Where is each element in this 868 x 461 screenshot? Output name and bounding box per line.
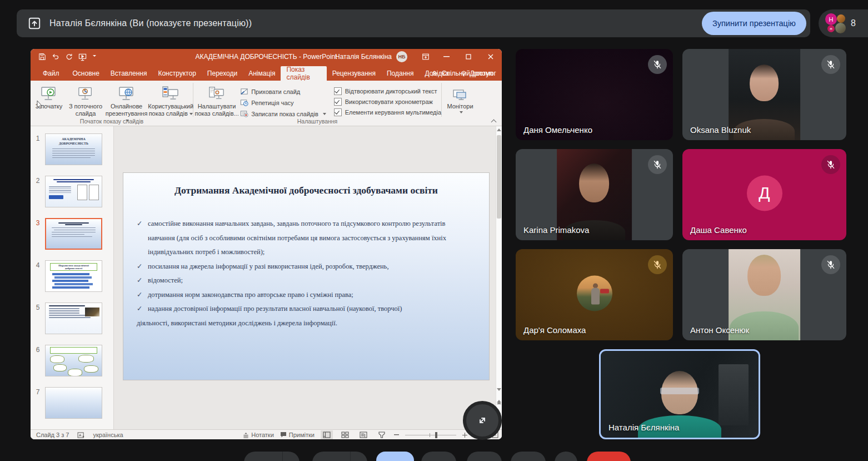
reading-view-button[interactable] [357, 430, 370, 439]
scrollbar-thumb[interactable] [497, 135, 501, 219]
tile-karina-primakova[interactable]: Karina Primakova [516, 149, 673, 240]
participant-name: Наталія Бєлянкіна [608, 423, 679, 432]
expand-arrows-icon [476, 414, 489, 427]
share-button[interactable]: Спільний доступ [427, 66, 497, 81]
captions-button[interactable] [376, 452, 414, 461]
slide-bullet: ✓відомостей; [137, 274, 467, 288]
tab-transitions[interactable]: Переходи [202, 66, 243, 81]
checkbox-checked-icon [334, 108, 342, 116]
slide-editor-area[interactable]: Дотримання Академічної доброчесності здо… [114, 126, 496, 429]
zoom-slider[interactable] [405, 435, 456, 435]
language-selector[interactable]: українська [93, 432, 123, 438]
letter-avatar: Д [747, 175, 782, 211]
minimize-button[interactable] [435, 49, 457, 65]
previous-slide-button[interactable] [496, 399, 502, 405]
save-icon[interactable] [38, 53, 46, 61]
custom-slideshow-button[interactable]: Користувацький показ слайдів [148, 83, 193, 118]
reactions-button[interactable] [421, 452, 456, 461]
online-presentation-icon [118, 85, 136, 101]
media-controls-checkbox[interactable]: Елементи керування мультимедіа [334, 108, 441, 116]
rehearse-timings-button[interactable]: Репетиція часу [240, 98, 326, 107]
tile-nataliia-bielliankina-self[interactable]: Наталія Бєлянкіна [599, 349, 760, 439]
timings-checkbox[interactable]: Використовувати хронометраж [334, 98, 441, 106]
camera-button[interactable] [312, 452, 367, 461]
photo-avatar [577, 275, 612, 311]
tab-home[interactable]: Основне [67, 66, 105, 81]
redo-icon[interactable] [65, 53, 73, 61]
powerpoint-window: АКАДЕМІЧНА ДОБРОЧЕСНІСТЬ - PowerPoint На… [31, 49, 502, 439]
participant-avatar [835, 23, 846, 33]
tile-dasha-savenko[interactable]: Д Даша Савенко [682, 149, 846, 240]
zoom-out-button[interactable] [394, 434, 399, 435]
thumbnail-slide-5[interactable]: 5 [31, 303, 113, 334]
undo-icon[interactable] [52, 53, 59, 61]
status-bar: Слайд 3 з 7 українська Нотатки Примітки [31, 429, 502, 439]
slide-bullet-continuation: діяльності, використані методики дослідж… [137, 316, 467, 331]
participant-name: Антон Оксенюк [690, 325, 749, 335]
maximize-button[interactable] [457, 49, 480, 65]
tab-view[interactable]: Подання [381, 66, 419, 81]
mic-off-icon [821, 55, 840, 74]
expand-presentation-button[interactable] [463, 401, 502, 440]
tab-review[interactable]: Рецензування [327, 66, 381, 81]
group-monitors: Монітори [442, 81, 478, 126]
tile-anton-okseniuk[interactable]: Антон Оксенюк [682, 249, 846, 340]
thumbnail-slide-2[interactable]: 2 [31, 176, 113, 207]
comments-button[interactable]: Примітки [280, 432, 315, 438]
raise-hand-button[interactable] [511, 452, 546, 461]
tile-danya-omelchenko[interactable]: Даня Омельченко [516, 49, 673, 140]
thumbnail-slide-1[interactable]: 1 АКАДЕМІЧНА ДОБРОЧЕСНІСТЬ [31, 133, 113, 165]
spellcheck-icon[interactable] [77, 432, 86, 438]
participant-avatar: Н [825, 13, 837, 25]
tile-oksana-bluznuk[interactable]: Oksana Bluznuk [682, 49, 846, 140]
record-slideshow-button[interactable]: Записати показ слайдів [240, 110, 326, 118]
from-current-slide-button[interactable]: З поточного слайда [67, 83, 104, 118]
dropdown-caret-icon [323, 113, 326, 115]
presenter-title: Наталія Бєлянкіна (Ви (показуєте презент… [49, 18, 252, 28]
notes-button[interactable]: Нотатки [243, 432, 274, 438]
custom-slideshow-icon [162, 85, 179, 101]
zoom-in-button[interactable] [462, 433, 467, 438]
ribbon-display-options-icon[interactable] [416, 49, 435, 65]
end-call-button[interactable] [587, 452, 631, 461]
vertical-scrollbar[interactable] [496, 126, 502, 429]
tab-insert[interactable]: Вставлення [105, 66, 153, 81]
present-button[interactable] [467, 452, 502, 461]
slideshow-view-button[interactable] [376, 430, 388, 439]
mic-button[interactable] [244, 452, 300, 461]
hide-slide-button[interactable]: Приховати слайд [240, 87, 326, 96]
slide-thumbnail-panel[interactable]: 1 АКАДЕМІЧНА ДОБРОЧЕСНІСТЬ 2 [31, 126, 114, 429]
checkbox-checked-icon [334, 98, 342, 106]
tab-file[interactable]: Файл [35, 66, 67, 81]
dropdown-caret-icon [189, 113, 193, 115]
tab-animations[interactable]: Анімація [243, 66, 281, 81]
participants-pill[interactable]: Н н 8 [819, 9, 868, 37]
participant-name: Karina Primakova [523, 225, 589, 235]
thumbnail-slide-6[interactable]: 6 [31, 345, 113, 376]
stop-presentation-button[interactable]: Зупинити презентацію [702, 12, 806, 35]
tab-design[interactable]: Конструктор [152, 66, 201, 81]
slide-bullet: ✓посилання на джерела інформації у разі … [137, 260, 467, 274]
narrations-checkbox[interactable]: Відтворювати дикторський текст [334, 87, 441, 95]
account-area[interactable]: Наталія Бєлянкіна НБ [335, 51, 407, 62]
participant-name: Даня Омельченко [523, 125, 592, 135]
thumbnail-slide-7[interactable]: 7 [31, 387, 113, 419]
tab-slideshow[interactable]: Показ слайдів [281, 66, 326, 81]
collapse-ribbon-icon[interactable] [491, 119, 497, 123]
normal-view-button[interactable] [321, 430, 333, 439]
scroll-down-icon[interactable] [496, 388, 502, 391]
customize-qat-caret-icon[interactable] [92, 53, 99, 61]
start-slideshow-icon[interactable] [78, 53, 86, 61]
thumbnail-slide-4[interactable]: 4 Порушення академічної доброчесності [31, 260, 113, 292]
tile-darya-solomakha[interactable]: Дар'я Соломаха [516, 249, 673, 340]
slide-sorter-view-button[interactable] [339, 430, 351, 439]
setup-slideshow-button[interactable]: Налаштувати показ слайдів... [193, 83, 240, 118]
checkbox-column: Відтворювати дикторський текст Використо… [334, 83, 441, 116]
thumbnail-slide-3-selected[interactable]: 3 [31, 218, 113, 250]
zoom-slider-thumb [435, 432, 437, 438]
close-button[interactable] [480, 49, 502, 65]
more-options-button[interactable] [555, 452, 577, 461]
from-beginning-button[interactable]: З початку [31, 83, 67, 111]
slide-bullet: ✓надання достовірної інформації про резу… [137, 302, 467, 316]
monitors-button[interactable]: Монітори [442, 83, 478, 115]
